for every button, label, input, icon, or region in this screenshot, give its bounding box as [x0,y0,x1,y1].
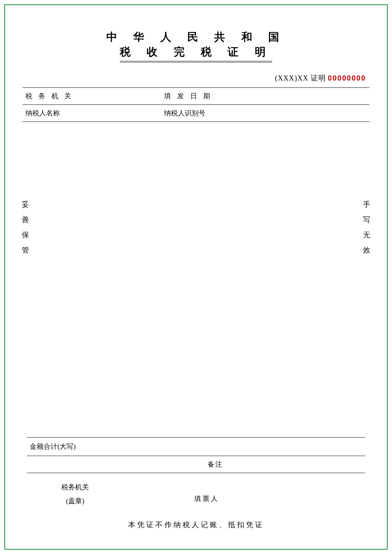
footer-note: 本凭证不作纳税人记账、抵扣凭证 [4,520,388,530]
seal-block: 税务机关 (盖章) [61,480,89,508]
issue-date-label: 填 发 日 期 [164,92,212,100]
document-title: 中 华 人 民 共 和 国 税 收 完 税 证 明 [23,30,369,62]
cert-prefix: (XXX)XX 证明 [275,74,326,82]
taxpayer-id-label: 纳税人识别号 [164,109,205,117]
tax-authority-label: 税 务 机 关 [25,92,73,100]
cert-number: 00000000 [328,74,366,82]
seal-line1: 税务机关 [61,480,89,494]
remark-label: 备注 [208,460,223,469]
seal-line2: (盖章) [61,494,89,508]
side-note-left: 妥 善 保 管 [22,197,29,258]
taxpayer-name-label: 纳税人名称 [25,109,60,117]
info-table: 税 务 机 关 填 发 日 期 纳税人名称 纳税人识别号 [23,87,369,122]
bottom-section: 金额合计(大写) 备注 税务机关 (盖章) 填票人 [27,437,365,508]
certificate-number-row: (XXX)XX 证明 00000000 [23,73,369,83]
title-line1: 中 华 人 民 共 和 国 [106,30,286,45]
title-line2: 税 收 完 税 证 明 [120,45,272,62]
issuer-label: 填票人 [194,495,219,502]
side-note-right: 手 写 无 效 [363,197,370,258]
amount-total-label: 金额合计(大写) [30,443,76,450]
